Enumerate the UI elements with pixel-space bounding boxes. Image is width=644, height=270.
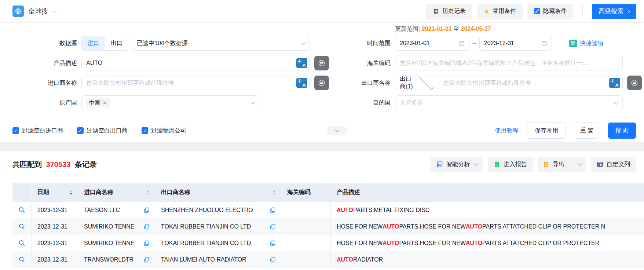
origin-country-select[interactable]: 中国 ✕	[81, 95, 259, 110]
translate-icon[interactable]: 中A	[609, 78, 620, 88]
remove-tag-icon[interactable]: ✕	[103, 101, 107, 105]
export-main[interactable]: 导出	[538, 157, 570, 172]
reset-button[interactable]: 重 置	[575, 123, 599, 139]
smart-analysis-button[interactable]: BI 智能分析	[431, 157, 483, 172]
magnifier-icon	[18, 240, 25, 247]
app-brand[interactable]: 全球搜	[12, 6, 56, 17]
filter-logistics-checkbox[interactable]: ✓ 过滤物流公司	[142, 127, 186, 135]
chevron-down-icon[interactable]	[52, 8, 56, 13]
calendar-icon	[541, 40, 547, 46]
header-exporter[interactable]: 出口商名称	[155, 183, 281, 202]
tab-export[interactable]: 出口	[105, 36, 128, 50]
export-icon	[543, 161, 549, 168]
bi-analysis-icon: BI	[436, 161, 443, 168]
field-hs-code: 海关编码	[335, 56, 644, 70]
copy-button[interactable]	[143, 240, 150, 246]
product-desc-input[interactable]	[82, 56, 296, 70]
row-search-button[interactable]	[18, 240, 25, 247]
date-cell: 2023-12-31	[32, 218, 78, 235]
command-icon: ⌘	[569, 40, 577, 47]
exchange-icon	[318, 79, 326, 87]
copy-button[interactable]	[143, 207, 150, 213]
exporter-cell[interactable]: TOKAI RUBBER TIANJIN CO LTD	[155, 218, 281, 235]
hide-conditions-button[interactable]: 隐藏条件	[527, 4, 573, 19]
time-range-label: 时间范围	[335, 40, 391, 47]
importer-cell[interactable]: TRANSWORLDTR	[78, 251, 155, 268]
search-button[interactable]: 搜 索	[608, 123, 636, 139]
start-date-input[interactable]: 2023-01-01	[395, 36, 469, 51]
importer-cell[interactable]: SUMIRIKO TENNE	[78, 218, 155, 235]
match-count: 370533	[46, 160, 71, 168]
end-date-input[interactable]: 2023-12-31	[479, 36, 552, 51]
synonym-search-button[interactable]	[314, 76, 329, 90]
importer-cell[interactable]: TAESON LLC	[78, 202, 155, 218]
section-divider	[0, 142, 644, 151]
exchange-icon	[630, 79, 638, 87]
custom-columns-button[interactable]: 自定义列	[591, 157, 636, 172]
row-search-button[interactable]	[18, 256, 25, 263]
table-row: 2023-12-31SUMIRIKO TENNETOKAI RUBBER TIA…	[12, 218, 644, 235]
copy-button[interactable]	[270, 207, 276, 213]
dest-country-select[interactable]: 支持多选	[395, 95, 623, 110]
table-body: 2023-12-31TAESON LLCSHENZHEN ZHUOLUO ELE…	[12, 202, 644, 268]
filter-blank-importer-checkbox[interactable]: ✓ 过滤空白进口商	[12, 127, 63, 135]
hs-code-label: 海关编码	[335, 59, 391, 67]
sort-icon[interactable]	[273, 190, 276, 195]
field-exporter: 出口商名称 出口商(1) 中A	[335, 76, 644, 90]
update-range-end: 2024-05-17	[461, 26, 491, 32]
row-search-button[interactable]	[18, 223, 25, 230]
header-importer[interactable]: 进口商名称	[78, 183, 155, 202]
detail-cell	[12, 202, 32, 218]
collapse-form-button[interactable]	[327, 126, 347, 135]
enter-report-button[interactable]: 进入报告	[488, 157, 533, 172]
sort-icon[interactable]	[147, 190, 150, 195]
copy-button[interactable]	[270, 223, 276, 230]
synonym-search-button[interactable]	[627, 76, 642, 90]
synonym-search-button[interactable]	[314, 56, 329, 70]
divider	[582, 5, 583, 18]
exporter-cell[interactable]: SHENZHEN ZHUOLUO ELECTRO	[155, 202, 281, 218]
filter-blank-exporter-checkbox[interactable]: ✓ 过滤空白出口商	[77, 127, 128, 135]
row-search-button[interactable]	[18, 207, 25, 214]
exporter-input[interactable]	[439, 76, 609, 90]
field-origin-country: 原产国 中国 ✕	[12, 95, 335, 110]
export-options-toggle[interactable]	[573, 157, 586, 172]
hs-code-cell	[281, 235, 331, 251]
star-icon: ★	[484, 8, 490, 15]
header-detail-col	[12, 183, 32, 202]
hs-code-input[interactable]	[395, 56, 622, 70]
results-header: 共匹配到 370533 条记录 BI 智能分析 进入报告 导出	[0, 157, 644, 172]
advanced-search-button[interactable]: 高级搜索	[592, 4, 636, 19]
copy-button[interactable]	[270, 256, 276, 263]
copy-button[interactable]	[143, 256, 150, 263]
exporter-inputwrap: 出口商(1) 中A	[395, 76, 623, 90]
checkbox-checked-icon: ✓	[12, 127, 19, 134]
quick-options-link[interactable]: ⌘ 快捷选项	[569, 40, 603, 47]
importer-cell[interactable]: SUMIRIKO TENNE	[78, 235, 155, 251]
copy-button[interactable]	[270, 240, 276, 246]
exporter-cell[interactable]: TAIAN LUMEI AUTO RADIATOR	[155, 251, 281, 268]
exporter-cell[interactable]: TOKAI RUBBER TIANJIN CO LTD	[155, 235, 281, 251]
translate-icon[interactable]: 中A	[296, 78, 307, 88]
field-importer: 进口商名称 中A	[12, 76, 335, 90]
results-toolbar: BI 智能分析 进入报告 导出 自定义列	[431, 157, 636, 172]
calendar-icon	[459, 40, 465, 46]
detail-cell	[12, 218, 32, 235]
data-source-toggle: 进口 出口	[81, 36, 128, 51]
favorites-button[interactable]: ★ 常用条件	[477, 4, 523, 19]
tutorial-link[interactable]: 使用教程	[495, 127, 518, 135]
data-source-select[interactable]: 已选中104个数据源	[132, 36, 310, 51]
copy-icon	[143, 256, 150, 263]
copy-icon	[270, 240, 276, 246]
tab-import[interactable]: 进口	[82, 36, 105, 50]
copy-button[interactable]	[143, 223, 150, 230]
sort-icon[interactable]	[70, 190, 73, 195]
translate-icon[interactable]: 中A	[296, 58, 307, 68]
export-button[interactable]: 导出	[538, 157, 586, 172]
importer-input[interactable]	[82, 76, 296, 90]
save-common-button[interactable]: 保存常用	[527, 123, 566, 139]
exporter-type-select[interactable]: 出口商(1)	[395, 76, 439, 90]
header-date[interactable]: 日期	[32, 183, 78, 202]
magnifier-icon	[18, 207, 25, 214]
history-button[interactable]: 历史记录	[426, 4, 472, 19]
